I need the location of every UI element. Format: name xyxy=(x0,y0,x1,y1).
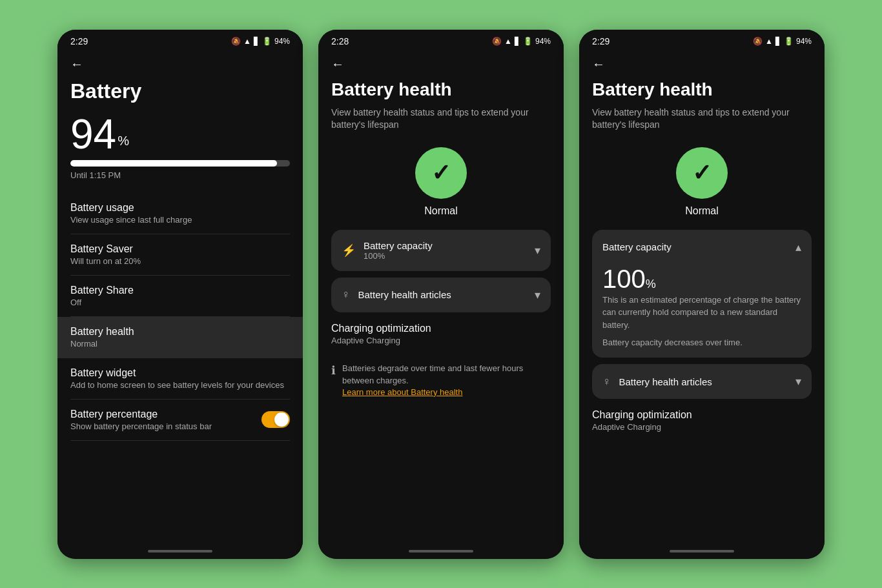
health-circle-3: ✓ xyxy=(676,147,728,199)
battery-sym: % xyxy=(118,134,129,148)
articles-icon-3: ♀ xyxy=(602,375,611,389)
menu-item-percentage-text: Battery percentage Show battery percenta… xyxy=(70,409,212,431)
battery-capacity-header-left-2: ⚡ Battery capacity 100% xyxy=(342,240,433,261)
signal-icon-2: ▋ xyxy=(515,37,520,46)
menu-item-percentage-row: Battery percentage Show battery percenta… xyxy=(70,409,290,431)
menu-item-saver[interactable]: Battery Saver Will turn on at 20% xyxy=(70,234,290,276)
menu-item-health-title: Battery health xyxy=(70,326,290,338)
menu-item-widget-title: Battery widget xyxy=(70,367,290,379)
menu-item-saver-title: Battery Saver xyxy=(70,243,290,255)
battery-articles-header-left-3: ♀ Battery health articles xyxy=(602,375,712,389)
page-title-3: Battery health xyxy=(592,79,812,100)
bottom-bar-1 xyxy=(57,543,303,559)
bottom-indicator-2 xyxy=(409,550,473,553)
articles-icon-2: ♀ xyxy=(342,288,351,301)
status-time-1: 2:29 xyxy=(70,36,88,46)
menu-item-usage[interactable]: Battery usage View usage since last full… xyxy=(70,193,290,234)
menu-item-share[interactable]: Battery Share Off xyxy=(70,276,290,317)
articles-chevron-3: ▾ xyxy=(795,374,801,389)
menu-item-share-subtitle: Off xyxy=(70,298,290,307)
battery-progress-bar xyxy=(70,160,290,167)
menu-item-health[interactable]: Battery health Normal xyxy=(57,317,303,358)
menu-item-percentage-subtitle: Show battery percentage in status bar xyxy=(70,421,212,431)
bottom-indicator-1 xyxy=(148,550,212,553)
toggle-thumb xyxy=(274,412,289,427)
signal-icon-3: ▋ xyxy=(775,37,781,46)
battery-articles-header-2[interactable]: ♀ Battery health articles ▾ xyxy=(331,278,551,312)
nav-bar-1: ← xyxy=(57,49,303,79)
menu-item-saver-subtitle: Will turn on at 20% xyxy=(70,256,290,266)
info-content-2: Batteries degrade over time and last few… xyxy=(342,362,551,397)
menu-item-share-title: Battery Share xyxy=(70,285,290,296)
battery-capacity-header-2[interactable]: ⚡ Battery capacity 100% ▾ xyxy=(331,230,551,271)
status-bar-3: 2:29 🔕 ▲ ▋ 🔋 94% xyxy=(579,30,825,49)
bottom-bar-3 xyxy=(579,543,825,559)
health-status-2: ✓ Normal xyxy=(331,147,551,217)
battery-capacity-header-3[interactable]: Battery capacity ▴ xyxy=(592,230,812,265)
back-button-3[interactable]: ← xyxy=(592,57,812,72)
phone-1: 2:29 🔕 ▲ ▋ 🔋 94% ← Battery 94 % Until 1:… xyxy=(57,30,303,559)
charging-title-2: Charging optimization xyxy=(331,323,551,334)
status-bar-2: 2:28 🔕 ▲ ▋ 🔋 94% xyxy=(318,30,564,49)
page-title-2: Battery health xyxy=(331,79,551,100)
capacity-note-3: Battery capacity decreases over time. xyxy=(602,338,801,347)
battery-num: 94 xyxy=(70,114,116,155)
charging-subtitle-2: Adaptive Charging xyxy=(331,336,551,345)
back-button-2[interactable]: ← xyxy=(331,57,551,72)
articles-title-2: Battery health articles xyxy=(358,289,451,300)
health-status-3: ✓ Normal xyxy=(592,147,812,217)
signal-icon: ▋ xyxy=(254,37,260,46)
battery-articles-header-left-2: ♀ Battery health articles xyxy=(342,288,451,301)
battery-articles-header-3[interactable]: ♀ Battery health articles ▾ xyxy=(592,364,812,399)
menu-item-widget[interactable]: Battery widget Add to home screen to see… xyxy=(70,358,290,400)
status-icons-3: 🔕 ▲ ▋ 🔋 94% xyxy=(753,37,812,46)
status-bar-1: 2:29 🔕 ▲ ▋ 🔋 94% xyxy=(57,30,303,49)
status-icons-1: 🔕 ▲ ▋ 🔋 94% xyxy=(231,37,290,46)
status-icons-2: 🔕 ▲ ▋ 🔋 94% xyxy=(492,37,551,46)
articles-title-3: Battery health articles xyxy=(619,376,712,387)
capacity-subtitle-2: 100% xyxy=(364,251,433,261)
page-subtitle-2: View battery health status and tips to e… xyxy=(331,106,551,132)
wifi-icon-2: ▲ xyxy=(504,37,512,46)
bottom-bar-2 xyxy=(318,543,564,559)
page-title-1: Battery xyxy=(70,79,290,103)
learn-more-link-2[interactable]: Learn more about Battery health xyxy=(342,387,551,397)
charging-subtitle-3: Adaptive Charging xyxy=(592,422,812,432)
battery-percent-3: 94% xyxy=(796,37,812,46)
info-row-2: ℹ Batteries degrade over time and last f… xyxy=(331,354,551,405)
battery-articles-card-2: ♀ Battery health articles ▾ xyxy=(331,278,551,312)
content-1: Battery 94 % Until 1:15 PM Battery usage… xyxy=(57,79,303,543)
health-circle-2: ✓ xyxy=(415,147,467,199)
battery-capacity-card-2: ⚡ Battery capacity 100% ▾ xyxy=(331,230,551,271)
capacity-text-2: Battery capacity 100% xyxy=(364,240,433,261)
battery-icon-3: 🔋 xyxy=(784,37,794,46)
menu-item-usage-subtitle: View usage since last full charge xyxy=(70,215,290,225)
phone-3: 2:29 🔕 ▲ ▋ 🔋 94% ← Battery health View b… xyxy=(579,30,825,559)
nav-bar-2: ← xyxy=(318,49,564,79)
capacity-title-3: Battery capacity xyxy=(602,241,672,252)
menu-item-percentage[interactable]: Battery percentage Show battery percenta… xyxy=(70,400,290,441)
wifi-icon-3: ▲ xyxy=(765,37,773,46)
capacity-num-container: 100% xyxy=(602,265,801,294)
until-text: Until 1:15 PM xyxy=(70,170,290,180)
phone-2: 2:28 🔕 ▲ ▋ 🔋 94% ← Battery health View b… xyxy=(318,30,564,559)
charging-title-3: Charging optimization xyxy=(592,409,812,421)
bottom-indicator-3 xyxy=(670,550,734,553)
battery-percentage-toggle[interactable] xyxy=(262,411,290,428)
silent-icon-2: 🔕 xyxy=(492,37,502,46)
info-icon-2: ℹ xyxy=(331,363,336,378)
nav-bar-3: ← xyxy=(579,49,825,79)
capacity-body-3: 100% This is an estimated percentage of … xyxy=(592,265,812,358)
capacity-title-2: Battery capacity xyxy=(364,240,433,251)
silent-icon-3: 🔕 xyxy=(753,37,763,46)
battery-percent-1: 94% xyxy=(274,37,290,46)
health-label-3: Normal xyxy=(685,205,719,217)
battery-capacity-card-3: Battery capacity ▴ 100% This is an estim… xyxy=(592,230,812,358)
silent-icon: 🔕 xyxy=(231,37,241,46)
back-button-1[interactable]: ← xyxy=(70,57,290,72)
capacity-desc-3: This is an estimated percentage of charg… xyxy=(602,294,801,332)
articles-chevron-2: ▾ xyxy=(535,288,540,302)
menu-item-percentage-title: Battery percentage xyxy=(70,409,212,420)
capacity-chevron-3: ▴ xyxy=(795,240,801,254)
status-time-3: 2:29 xyxy=(592,36,610,46)
